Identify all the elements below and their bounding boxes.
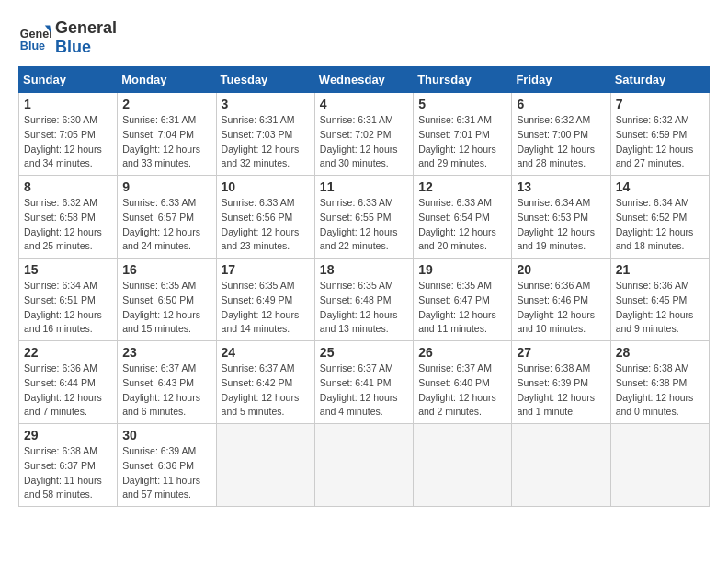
weekday-header-tuesday: Tuesday xyxy=(216,67,314,93)
day-info: Sunrise: 6:33 AMSunset: 6:55 PMDaylight:… xyxy=(320,197,398,251)
day-info: Sunrise: 6:34 AMSunset: 6:53 PMDaylight:… xyxy=(517,197,595,251)
day-number: 2 xyxy=(122,97,210,111)
logo: General Blue General Blue xyxy=(18,18,117,57)
day-number: 1 xyxy=(24,97,112,111)
day-number: 27 xyxy=(517,345,605,360)
day-number: 16 xyxy=(122,262,210,277)
day-info: Sunrise: 6:38 AMSunset: 6:39 PMDaylight:… xyxy=(517,362,595,417)
logo-general: General xyxy=(55,18,117,38)
day-info: Sunrise: 6:34 AMSunset: 6:52 PMDaylight:… xyxy=(616,197,694,251)
day-number: 11 xyxy=(320,179,408,194)
weekday-header-saturday: Saturday xyxy=(610,67,709,93)
day-info: Sunrise: 6:32 AMSunset: 7:00 PMDaylight:… xyxy=(517,114,595,168)
day-info: Sunrise: 6:31 AMSunset: 7:02 PMDaylight:… xyxy=(320,114,398,168)
day-number: 19 xyxy=(418,262,506,277)
day-info: Sunrise: 6:35 AMSunset: 6:49 PMDaylight:… xyxy=(222,280,300,334)
day-number: 24 xyxy=(222,345,310,360)
calendar-day-16: 16 Sunrise: 6:35 AMSunset: 6:50 PMDaylig… xyxy=(118,259,216,341)
day-number: 9 xyxy=(122,179,210,194)
day-number: 4 xyxy=(320,97,408,111)
day-info: Sunrise: 6:37 AMSunset: 6:42 PMDaylight:… xyxy=(222,362,300,417)
calendar-day-12: 12 Sunrise: 6:33 AMSunset: 6:54 PMDaylig… xyxy=(414,176,512,259)
calendar-day-29: 29 Sunrise: 6:38 AMSunset: 6:37 PMDaylig… xyxy=(19,424,118,507)
day-number: 28 xyxy=(616,345,704,360)
calendar-day-26: 26 Sunrise: 6:37 AMSunset: 6:40 PMDaylig… xyxy=(414,341,512,424)
empty-cell xyxy=(414,424,512,507)
day-number: 29 xyxy=(24,428,112,442)
empty-cell xyxy=(216,424,314,507)
day-number: 8 xyxy=(24,179,112,194)
day-info: Sunrise: 6:33 AMSunset: 6:56 PMDaylight:… xyxy=(222,197,300,251)
day-info: Sunrise: 6:37 AMSunset: 6:43 PMDaylight:… xyxy=(122,362,200,417)
day-info: Sunrise: 6:35 AMSunset: 6:47 PMDaylight:… xyxy=(418,280,496,334)
calendar-day-9: 9 Sunrise: 6:33 AMSunset: 6:57 PMDayligh… xyxy=(118,176,216,259)
day-number: 25 xyxy=(320,345,408,360)
calendar-day-18: 18 Sunrise: 6:35 AMSunset: 6:48 PMDaylig… xyxy=(314,259,413,341)
day-number: 21 xyxy=(616,262,704,277)
empty-cell xyxy=(610,424,709,507)
day-info: Sunrise: 6:38 AMSunset: 6:37 PMDaylight:… xyxy=(24,445,102,500)
day-info: Sunrise: 6:31 AMSunset: 7:01 PMDaylight:… xyxy=(418,114,496,168)
calendar-day-15: 15 Sunrise: 6:34 AMSunset: 6:51 PMDaylig… xyxy=(19,259,118,341)
logo-blue: Blue xyxy=(55,38,117,57)
day-info: Sunrise: 6:35 AMSunset: 6:50 PMDaylight:… xyxy=(122,280,200,334)
calendar-day-11: 11 Sunrise: 6:33 AMSunset: 6:55 PMDaylig… xyxy=(314,176,413,259)
day-number: 26 xyxy=(418,345,506,360)
day-info: Sunrise: 6:35 AMSunset: 6:48 PMDaylight:… xyxy=(320,280,398,334)
day-info: Sunrise: 6:33 AMSunset: 6:54 PMDaylight:… xyxy=(418,197,496,251)
day-info: Sunrise: 6:37 AMSunset: 6:41 PMDaylight:… xyxy=(320,362,398,417)
day-info: Sunrise: 6:31 AMSunset: 7:03 PMDaylight:… xyxy=(222,114,300,168)
day-number: 30 xyxy=(122,428,210,442)
day-number: 15 xyxy=(24,262,112,277)
calendar-day-13: 13 Sunrise: 6:34 AMSunset: 6:53 PMDaylig… xyxy=(512,176,610,259)
day-number: 14 xyxy=(616,179,704,194)
day-number: 10 xyxy=(222,179,310,194)
calendar-day-28: 28 Sunrise: 6:38 AMSunset: 6:38 PMDaylig… xyxy=(610,341,709,424)
day-number: 3 xyxy=(222,97,310,111)
day-info: Sunrise: 6:38 AMSunset: 6:38 PMDaylight:… xyxy=(616,362,694,417)
day-info: Sunrise: 6:36 AMSunset: 6:45 PMDaylight:… xyxy=(616,280,694,334)
day-number: 22 xyxy=(24,345,112,360)
calendar-day-8: 8 Sunrise: 6:32 AMSunset: 6:58 PMDayligh… xyxy=(19,176,118,259)
day-number: 12 xyxy=(418,179,506,194)
calendar-day-21: 21 Sunrise: 6:36 AMSunset: 6:45 PMDaylig… xyxy=(610,259,709,341)
calendar-day-19: 19 Sunrise: 6:35 AMSunset: 6:47 PMDaylig… xyxy=(414,259,512,341)
day-number: 13 xyxy=(517,179,605,194)
svg-text:Blue: Blue xyxy=(20,40,45,52)
day-info: Sunrise: 6:34 AMSunset: 6:51 PMDaylight:… xyxy=(24,280,102,334)
calendar-day-30: 30 Sunrise: 6:39 AMSunset: 6:36 PMDaylig… xyxy=(118,424,216,507)
weekday-header-sunday: Sunday xyxy=(19,67,118,93)
day-info: Sunrise: 6:30 AMSunset: 7:05 PMDaylight:… xyxy=(24,114,102,168)
calendar-day-2: 2 Sunrise: 6:31 AMSunset: 7:04 PMDayligh… xyxy=(118,93,216,176)
day-number: 17 xyxy=(222,262,310,277)
calendar-day-23: 23 Sunrise: 6:37 AMSunset: 6:43 PMDaylig… xyxy=(118,341,216,424)
calendar-day-7: 7 Sunrise: 6:32 AMSunset: 6:59 PMDayligh… xyxy=(610,93,709,176)
day-number: 6 xyxy=(517,97,605,111)
weekday-header-wednesday: Wednesday xyxy=(314,67,413,93)
day-info: Sunrise: 6:37 AMSunset: 6:40 PMDaylight:… xyxy=(418,362,496,417)
day-info: Sunrise: 6:32 AMSunset: 6:58 PMDaylight:… xyxy=(24,197,102,251)
calendar-day-22: 22 Sunrise: 6:36 AMSunset: 6:44 PMDaylig… xyxy=(19,341,118,424)
day-info: Sunrise: 6:31 AMSunset: 7:04 PMDaylight:… xyxy=(122,114,200,168)
calendar-day-5: 5 Sunrise: 6:31 AMSunset: 7:01 PMDayligh… xyxy=(414,93,512,176)
day-info: Sunrise: 6:36 AMSunset: 6:44 PMDaylight:… xyxy=(24,362,102,417)
calendar-day-17: 17 Sunrise: 6:35 AMSunset: 6:49 PMDaylig… xyxy=(216,259,314,341)
day-info: Sunrise: 6:36 AMSunset: 6:46 PMDaylight:… xyxy=(517,280,595,334)
calendar-day-25: 25 Sunrise: 6:37 AMSunset: 6:41 PMDaylig… xyxy=(314,341,413,424)
day-info: Sunrise: 6:39 AMSunset: 6:36 PMDaylight:… xyxy=(122,445,200,500)
calendar-day-6: 6 Sunrise: 6:32 AMSunset: 7:00 PMDayligh… xyxy=(512,93,610,176)
day-number: 23 xyxy=(122,345,210,360)
calendar-day-20: 20 Sunrise: 6:36 AMSunset: 6:46 PMDaylig… xyxy=(512,259,610,341)
calendar-day-24: 24 Sunrise: 6:37 AMSunset: 6:42 PMDaylig… xyxy=(216,341,314,424)
weekday-header-monday: Monday xyxy=(118,67,216,93)
calendar-day-10: 10 Sunrise: 6:33 AMSunset: 6:56 PMDaylig… xyxy=(216,176,314,259)
day-number: 5 xyxy=(418,97,506,111)
weekday-header-friday: Friday xyxy=(512,67,610,93)
calendar-day-14: 14 Sunrise: 6:34 AMSunset: 6:52 PMDaylig… xyxy=(610,176,709,259)
calendar-day-4: 4 Sunrise: 6:31 AMSunset: 7:02 PMDayligh… xyxy=(314,93,413,176)
calendar-day-1: 1 Sunrise: 6:30 AMSunset: 7:05 PMDayligh… xyxy=(19,93,118,176)
day-info: Sunrise: 6:33 AMSunset: 6:57 PMDaylight:… xyxy=(122,197,200,251)
calendar-day-27: 27 Sunrise: 6:38 AMSunset: 6:39 PMDaylig… xyxy=(512,341,610,424)
empty-cell xyxy=(314,424,413,507)
weekday-header-thursday: Thursday xyxy=(414,67,512,93)
